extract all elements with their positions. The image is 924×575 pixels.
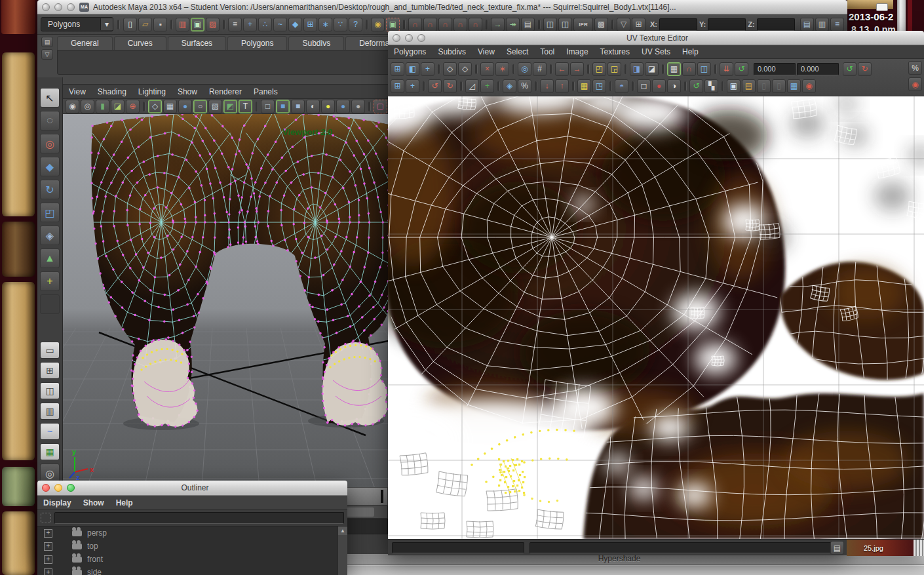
snap-point-icon[interactable]: ∩ <box>438 18 452 31</box>
grid-uvs-icon[interactable]: # <box>533 62 547 76</box>
menu-lighting[interactable]: Lighting <box>132 85 172 98</box>
soft-modification-icon[interactable]: ▲ <box>40 248 60 268</box>
cut-uv-edges-icon[interactable]: × <box>480 62 494 76</box>
outliner-window[interactable]: Outliner Display Show Help + persp + top… <box>37 481 347 575</box>
outliner-menu-help[interactable]: Help <box>110 496 139 509</box>
menu-panels[interactable]: Panels <box>248 85 284 98</box>
snap-projected-center-icon[interactable]: ∩ <box>453 18 467 31</box>
uv-menu-subdivs[interactable]: Subdivs <box>432 45 472 58</box>
maya-titlebar[interactable]: MA Autodesk Maya 2013 x64 – Student Vers… <box>37 0 847 14</box>
select-handles-icon[interactable]: ∴ <box>258 18 272 31</box>
align-percent-icon[interactable]: % <box>518 79 531 93</box>
camera-attributes-icon[interactable]: ◉ <box>66 100 79 113</box>
shelf-tab-polygons[interactable]: Polygons <box>227 36 287 50</box>
select-hierarchy-icon[interactable]: ▥ <box>176 18 189 31</box>
outliner-search-input[interactable] <box>54 512 344 524</box>
menu-renderer[interactable]: Renderer <box>203 85 248 98</box>
unfold-uvs-icon[interactable]: ◈ <box>503 79 516 93</box>
default-material-icon[interactable]: □ <box>261 100 275 113</box>
texture-display-icon[interactable]: T <box>239 100 252 113</box>
scale-tool-icon[interactable]: ◰ <box>40 203 60 222</box>
shelf-tab-subdivs[interactable]: Subdivs <box>288 36 344 50</box>
uv-set-grid-icon[interactable]: ◉ <box>908 77 922 91</box>
uv-checker-icon[interactable]: ▚ <box>704 79 718 93</box>
uv-container-icon[interactable]: ◳ <box>592 79 606 93</box>
minimize-button[interactable] <box>54 3 62 11</box>
force-editor-refresh-icon[interactable]: ↺ <box>735 62 748 76</box>
expand-icon[interactable]: + <box>44 529 52 538</box>
uv-menu-tool[interactable]: Tool <box>534 45 560 58</box>
select-grid-uvs-icon[interactable]: ▦ <box>577 79 591 93</box>
y-coordinate-input[interactable] <box>708 18 746 31</box>
select-rendering-icon[interactable]: ∵ <box>334 18 347 31</box>
align-shell-right-icon[interactable]: → <box>570 62 584 76</box>
rotate-tool-icon[interactable]: ↻ <box>40 180 60 199</box>
bookmark-icon[interactable]: ▮ <box>96 100 109 113</box>
paste-v-icon[interactable]: ▯ <box>772 79 786 93</box>
combo-select-icon[interactable]: ≡ <box>228 18 242 31</box>
display-rgb-channels-icon[interactable]: ● <box>652 79 666 93</box>
construction-history-icon[interactable]: ▤ <box>521 18 535 31</box>
outliner-window-controls[interactable] <box>37 484 79 492</box>
snap-curve-icon[interactable]: ∩ <box>423 18 437 31</box>
paste-u-icon[interactable]: ▯ <box>757 79 771 93</box>
outliner-item-label[interactable]: side <box>87 568 102 575</box>
uv-smudge-tool-icon[interactable]: ⊞ <box>391 79 404 93</box>
update-psd-networks-icon[interactable]: ↺ <box>689 79 703 93</box>
absolute-transform-icon[interactable]: ⊞ <box>632 18 645 31</box>
hypershade-persp-layout-button[interactable]: ▦ <box>40 443 60 460</box>
select-points-icon[interactable]: + <box>243 18 257 31</box>
hypershade-window[interactable]: Hypershade <box>315 553 924 575</box>
film-gate-icon[interactable]: ▦ <box>163 100 177 113</box>
select-deformations-icon[interactable]: ⊞ <box>303 18 317 31</box>
smooth-shade-icon[interactable]: ● <box>178 100 192 113</box>
expand-icon[interactable]: + <box>44 568 52 575</box>
menu-set-dropdown-icon[interactable]: ▾ <box>100 18 113 30</box>
outliner-titlebar[interactable]: Outliner <box>37 481 347 496</box>
uv-texture-bake-icon[interactable]: ⇊ <box>720 62 733 76</box>
cycle-uvs-icon[interactable]: ▦ <box>787 79 801 93</box>
outliner-scrollbar[interactable]: ▲ <box>337 526 347 575</box>
shaded-cube-icon[interactable]: ■ <box>276 100 290 113</box>
move-shell-icon[interactable]: + <box>421 62 434 76</box>
two-pane-layout-button[interactable]: ◫ <box>40 382 60 399</box>
uv-menu-textures[interactable]: Textures <box>594 45 636 58</box>
uv-canvas[interactable] <box>388 96 924 539</box>
desktop-file-label[interactable]: 25.jpg <box>864 544 914 552</box>
align-shell-down-icon[interactable]: ↓ <box>540 79 554 93</box>
move-tool-icon[interactable]: ◆ <box>40 157 60 176</box>
shelf-tab-curves[interactable]: Curves <box>114 36 166 50</box>
camera-bookmark-icon[interactable]: ◎ <box>81 100 94 113</box>
align-shell-up-icon[interactable]: ↑ <box>555 79 569 93</box>
wireframe-display-icon[interactable]: ◇ <box>148 100 162 113</box>
menu-view[interactable]: View <box>63 85 92 98</box>
scroll-up-icon[interactable]: ▲ <box>338 526 347 535</box>
uv-menu-select[interactable]: Select <box>501 45 534 58</box>
shelf-tab-surfaces[interactable]: Surfaces <box>168 36 226 50</box>
transparent-cube-icon[interactable]: ■ <box>291 100 305 113</box>
input-connections-icon[interactable]: → <box>491 18 505 31</box>
viewport-canvas[interactable] <box>63 114 389 488</box>
universal-manipulator-icon[interactable]: ◈ <box>40 226 60 245</box>
outliner-menu-show[interactable]: Show <box>77 496 110 509</box>
single-pane-layout-button[interactable]: ▭ <box>40 342 60 359</box>
minimize-button[interactable] <box>54 484 62 492</box>
rotate-uvs-ccw-icon[interactable]: ↺ <box>428 79 442 93</box>
select-tool-icon[interactable]: ↖ <box>40 88 60 108</box>
select-shell-red-icon[interactable]: ◉ <box>802 79 816 93</box>
select-dynamics-icon[interactable]: ∗ <box>318 18 332 31</box>
channel-box-toggle-icon[interactable]: ≡ <box>830 18 844 31</box>
shelf-tab-selector-icon[interactable]: ▤ <box>41 37 53 47</box>
ipr-render-icon[interactable]: ◫ <box>558 18 572 31</box>
image-display-toggle-icon[interactable]: ◨ <box>630 62 644 76</box>
move-uv-tool-icon[interactable]: + <box>406 79 419 93</box>
outliner-item-persp[interactable]: + persp <box>37 526 347 540</box>
minimize-button[interactable] <box>405 34 413 42</box>
select-shell-border-icon[interactable]: ◲ <box>607 62 621 76</box>
tool-settings-toggle-icon[interactable]: ▥ <box>815 18 829 31</box>
image-plane-icon[interactable]: ◪ <box>111 100 125 113</box>
last-tool-icon[interactable] <box>40 294 60 314</box>
open-scene-icon[interactable]: ▱ <box>138 18 152 31</box>
select-misc-icon[interactable]: ? <box>349 18 362 31</box>
uv-editor-titlebar[interactable]: UV Texture Editor <box>388 31 924 45</box>
